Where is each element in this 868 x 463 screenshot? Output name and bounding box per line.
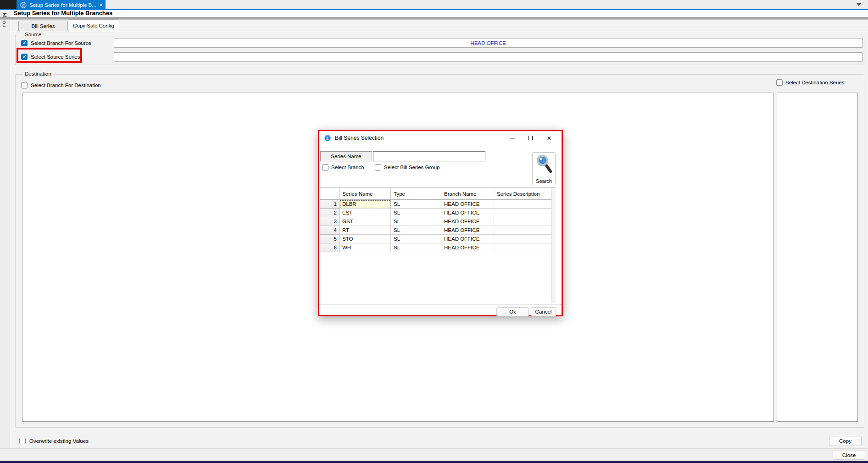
table-row[interactable]: 1 DLBR SL HEAD OFFICE bbox=[320, 200, 556, 209]
tab-bill-series[interactable]: Bill Series bbox=[18, 21, 68, 31]
series-table: Series Name Type Branch Name Series Desc… bbox=[320, 187, 556, 303]
col-header-series-name[interactable]: Series Name bbox=[339, 188, 391, 200]
close-icon: ✕ bbox=[547, 135, 552, 142]
col-header-branch-name[interactable]: Branch Name bbox=[441, 188, 494, 200]
window-bottom-edge bbox=[0, 461, 868, 463]
table-row[interactable]: 2 EST SL HEAD OFFICE bbox=[320, 209, 556, 217]
destination-legend: Destination bbox=[23, 71, 53, 77]
cell-branch-name[interactable]: HEAD OFFICE bbox=[441, 235, 494, 243]
table-row[interactable]: 6 WH SL HEAD OFFICE bbox=[320, 243, 556, 252]
bill-series-selection-dialog: L Bill Series Selection ✕ Series Name Se… bbox=[318, 130, 563, 316]
close-button-label: Close bbox=[842, 452, 856, 458]
select-source-series-label: Select Source Series bbox=[31, 54, 80, 60]
minimize-icon bbox=[510, 138, 515, 138]
select-destination-series-label: Select Destination Series bbox=[785, 80, 844, 85]
select-branch-for-destination-checkbox[interactable] bbox=[21, 82, 28, 88]
search-icon bbox=[535, 154, 553, 175]
cell-series-description[interactable] bbox=[494, 209, 552, 217]
cell-series-description[interactable] bbox=[494, 235, 552, 243]
col-header-type[interactable]: Type bbox=[391, 188, 441, 200]
svg-text:L: L bbox=[22, 3, 24, 7]
series-name-label: Series Name bbox=[320, 151, 372, 161]
overwrite-existing-values-checkbox[interactable] bbox=[19, 438, 26, 444]
row-number: 6 bbox=[320, 243, 339, 252]
cancel-button[interactable]: Cancel bbox=[531, 307, 556, 316]
cell-series-description[interactable] bbox=[494, 200, 552, 209]
cell-type[interactable]: SL bbox=[391, 200, 441, 209]
table-header-row: Series Name Type Branch Name Series Desc… bbox=[320, 188, 556, 200]
table-scrollbar[interactable] bbox=[551, 188, 556, 303]
tab-copy-sale-config-label: Copy Sale Config bbox=[73, 23, 114, 28]
tabstrip-corner bbox=[0, 0, 17, 9]
cell-branch-name[interactable]: HEAD OFFICE bbox=[441, 217, 494, 226]
cell-series-name[interactable]: WH bbox=[339, 243, 391, 252]
tab-close-icon[interactable]: ✕ bbox=[99, 2, 103, 8]
row-number: 4 bbox=[320, 226, 339, 235]
select-branch-for-source-checkbox[interactable] bbox=[21, 40, 28, 46]
cell-branch-name[interactable]: HEAD OFFICE bbox=[441, 200, 494, 209]
select-bill-series-group-label: Select Bill Series Group bbox=[384, 165, 440, 170]
source-legend: Source bbox=[23, 32, 43, 37]
cell-series-name[interactable]: STO bbox=[339, 235, 391, 243]
dialog-titlebar[interactable]: L Bill Series Selection ✕ bbox=[319, 131, 562, 145]
row-number-header bbox=[320, 188, 339, 200]
dialog-maximize-button[interactable] bbox=[525, 133, 535, 143]
table-row[interactable]: 5 STO SL HEAD OFFICE bbox=[320, 235, 556, 243]
table-row[interactable]: 3 GST SL HEAD OFFICE bbox=[320, 217, 556, 226]
source-series-field[interactable] bbox=[114, 52, 862, 62]
select-source-series-checkbox[interactable] bbox=[21, 54, 28, 60]
row-number: 2 bbox=[320, 209, 339, 217]
cell-type[interactable]: SL bbox=[391, 226, 441, 235]
ok-button-label: Ok bbox=[509, 309, 516, 314]
cell-type[interactable]: SL bbox=[391, 243, 441, 252]
cell-type[interactable]: SL bbox=[391, 235, 441, 243]
source-branch-field[interactable]: HEAD OFFICE bbox=[114, 38, 862, 48]
table-row[interactable]: 4 RT SL HEAD OFFICE bbox=[320, 226, 556, 235]
dialog-close-button[interactable]: ✕ bbox=[544, 133, 554, 143]
cell-branch-name[interactable]: HEAD OFFICE bbox=[441, 226, 494, 235]
cell-type[interactable]: SL bbox=[391, 209, 441, 217]
cell-branch-name[interactable]: HEAD OFFICE bbox=[441, 209, 494, 217]
select-branch-for-destination-label: Select Branch For Destination bbox=[31, 83, 101, 88]
search-button-label: Search bbox=[536, 178, 552, 184]
search-button[interactable]: Search bbox=[532, 152, 556, 185]
tab-copy-sale-config[interactable]: Copy Sale Config bbox=[68, 19, 119, 32]
select-destination-series-checkbox[interactable] bbox=[776, 79, 783, 86]
cell-series-description[interactable] bbox=[494, 226, 552, 235]
tab-bill-series-label: Bill Series bbox=[31, 23, 55, 29]
series-name-input[interactable] bbox=[373, 151, 485, 161]
document-tab-strip bbox=[0, 0, 868, 9]
cell-series-description[interactable] bbox=[494, 217, 552, 226]
menu-flyout-strip[interactable]: Menu bbox=[0, 10, 10, 461]
close-button[interactable]: Close bbox=[833, 451, 865, 460]
destination-series-list-panel bbox=[777, 93, 858, 422]
cell-series-name[interactable]: GST bbox=[339, 217, 391, 226]
document-tab-setup-series[interactable]: L Setup Series for Multiple B... ✕ bbox=[17, 0, 106, 10]
ok-button[interactable]: Ok bbox=[496, 307, 529, 316]
copy-button-label: Copy bbox=[839, 438, 851, 444]
menu-strip-label: Menu bbox=[2, 13, 7, 28]
dialog-minimize-button[interactable] bbox=[507, 133, 517, 143]
dialog-select-branch-checkbox[interactable] bbox=[322, 164, 328, 171]
dialog-footer-separator bbox=[319, 304, 562, 305]
dialog-title: Bill Series Selection bbox=[335, 135, 384, 141]
cell-series-name[interactable]: DLBR bbox=[339, 200, 391, 209]
cell-series-description[interactable] bbox=[494, 243, 552, 252]
row-number: 3 bbox=[320, 217, 339, 226]
cell-type[interactable]: SL bbox=[391, 217, 441, 226]
copy-button[interactable]: Copy bbox=[829, 436, 862, 446]
select-bill-series-group-checkbox[interactable] bbox=[375, 164, 381, 171]
overwrite-existing-values-label: Overwrite existing Values bbox=[29, 438, 89, 444]
dialog-select-branch-label: Select Branch bbox=[331, 165, 364, 170]
tab-control-border bbox=[10, 31, 868, 31]
col-header-series-description[interactable]: Series Description bbox=[494, 188, 552, 200]
cell-branch-name[interactable]: HEAD OFFICE bbox=[441, 243, 494, 252]
dialog-app-logo-icon: L bbox=[324, 134, 331, 142]
cancel-button-label: Cancel bbox=[535, 309, 552, 314]
maximize-icon bbox=[528, 136, 533, 140]
tab-list-dropdown-icon[interactable] bbox=[856, 3, 862, 6]
cell-series-name[interactable]: RT bbox=[339, 226, 391, 235]
app-logo-icon: L bbox=[20, 2, 27, 8]
cell-series-name[interactable]: EST bbox=[339, 209, 391, 217]
page-title: Setup Series for Multiple Branches bbox=[14, 10, 112, 17]
